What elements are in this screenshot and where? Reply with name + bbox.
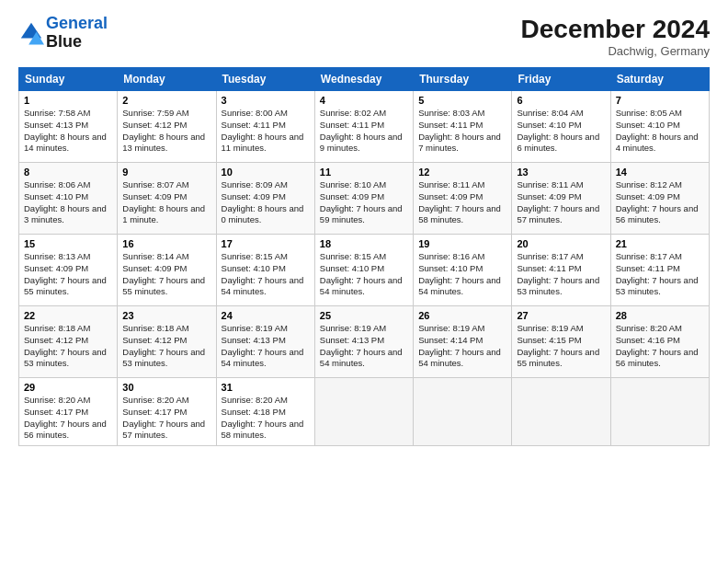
calendar-cell: 13Sunrise: 8:11 AMSunset: 4:09 PMDayligh… xyxy=(512,163,610,235)
weekday-header-friday: Friday xyxy=(512,68,610,91)
day-number: 1 xyxy=(24,95,112,106)
calendar-cell: 6Sunrise: 8:04 AMSunset: 4:10 PMDaylight… xyxy=(512,91,610,163)
logo-icon xyxy=(18,20,44,46)
weekday-header-wednesday: Wednesday xyxy=(314,68,413,91)
day-number: 13 xyxy=(517,167,605,178)
header: General Blue December 2024 Dachwig, Germ… xyxy=(18,15,710,58)
calendar-cell: 3Sunrise: 8:00 AMSunset: 4:11 PMDaylight… xyxy=(216,91,314,163)
day-number: 25 xyxy=(320,310,408,321)
calendar-cell: 18Sunrise: 8:15 AMSunset: 4:10 PMDayligh… xyxy=(314,235,413,306)
cell-info: Sunrise: 8:10 AMSunset: 4:09 PMDaylight:… xyxy=(320,179,408,226)
cell-info: Sunrise: 8:05 AMSunset: 4:10 PMDaylight:… xyxy=(616,108,704,155)
calendar-cell: 17Sunrise: 8:15 AMSunset: 4:10 PMDayligh… xyxy=(216,235,314,306)
calendar-cell: 30Sunrise: 8:20 AMSunset: 4:17 PMDayligh… xyxy=(118,378,216,446)
cell-info: Sunrise: 8:15 AMSunset: 4:10 PMDaylight:… xyxy=(222,251,310,298)
calendar-cell: 7Sunrise: 8:05 AMSunset: 4:10 PMDaylight… xyxy=(610,91,709,163)
cell-info: Sunrise: 8:17 AMSunset: 4:11 PMDaylight:… xyxy=(616,251,704,298)
day-number: 3 xyxy=(222,95,310,106)
day-number: 27 xyxy=(517,310,605,321)
cell-info: Sunrise: 7:59 AMSunset: 4:12 PMDaylight:… xyxy=(122,108,210,155)
cell-info: Sunrise: 8:06 AMSunset: 4:10 PMDaylight:… xyxy=(24,179,112,226)
day-number: 19 xyxy=(418,238,506,249)
logo: General Blue xyxy=(18,15,108,52)
day-number: 5 xyxy=(418,95,506,106)
day-number: 15 xyxy=(24,238,112,249)
cell-info: Sunrise: 8:20 AMSunset: 4:18 PMDaylight:… xyxy=(222,395,310,442)
cell-info: Sunrise: 8:07 AMSunset: 4:09 PMDaylight:… xyxy=(122,179,210,226)
cell-info: Sunrise: 8:13 AMSunset: 4:09 PMDaylight:… xyxy=(24,251,112,298)
weekday-header-thursday: Thursday xyxy=(414,68,512,91)
day-number: 30 xyxy=(122,382,210,393)
calendar-cell: 4Sunrise: 8:02 AMSunset: 4:11 PMDaylight… xyxy=(314,91,413,163)
calendar-cell: 22Sunrise: 8:18 AMSunset: 4:12 PMDayligh… xyxy=(19,306,118,378)
title-block: December 2024 Dachwig, Germany xyxy=(521,15,710,58)
day-number: 9 xyxy=(122,167,210,178)
calendar-cell: 31Sunrise: 8:20 AMSunset: 4:18 PMDayligh… xyxy=(216,378,314,446)
calendar-cell: 15Sunrise: 8:13 AMSunset: 4:09 PMDayligh… xyxy=(19,235,118,306)
calendar-cell: 5Sunrise: 8:03 AMSunset: 4:11 PMDaylight… xyxy=(414,91,512,163)
day-number: 8 xyxy=(24,167,112,178)
day-number: 11 xyxy=(320,167,408,178)
day-number: 26 xyxy=(418,310,506,321)
weekday-header-sunday: Sunday xyxy=(19,68,118,91)
calendar-cell: 29Sunrise: 8:20 AMSunset: 4:17 PMDayligh… xyxy=(19,378,118,446)
calendar-cell: 27Sunrise: 8:19 AMSunset: 4:15 PMDayligh… xyxy=(512,306,610,378)
calendar-cell: 8Sunrise: 8:06 AMSunset: 4:10 PMDaylight… xyxy=(19,163,118,235)
calendar-cell xyxy=(414,378,512,446)
day-number: 28 xyxy=(616,310,704,321)
day-number: 14 xyxy=(616,167,704,178)
day-number: 24 xyxy=(222,310,310,321)
calendar-cell xyxy=(512,378,610,446)
weekday-header-monday: Monday xyxy=(118,68,216,91)
calendar-cell: 19Sunrise: 8:16 AMSunset: 4:10 PMDayligh… xyxy=(414,235,512,306)
calendar-table: SundayMondayTuesdayWednesdayThursdayFrid… xyxy=(18,67,710,446)
calendar-cell: 14Sunrise: 8:12 AMSunset: 4:09 PMDayligh… xyxy=(610,163,709,235)
cell-info: Sunrise: 8:20 AMSunset: 4:17 PMDaylight:… xyxy=(122,395,210,442)
day-number: 17 xyxy=(222,238,310,249)
cell-info: Sunrise: 8:20 AMSunset: 4:16 PMDaylight:… xyxy=(616,323,704,370)
calendar-cell: 25Sunrise: 8:19 AMSunset: 4:13 PMDayligh… xyxy=(314,306,413,378)
cell-info: Sunrise: 8:15 AMSunset: 4:10 PMDaylight:… xyxy=(320,251,408,298)
calendar-cell: 1Sunrise: 7:58 AMSunset: 4:13 PMDaylight… xyxy=(19,91,118,163)
cell-info: Sunrise: 8:02 AMSunset: 4:11 PMDaylight:… xyxy=(320,108,408,155)
day-number: 23 xyxy=(122,310,210,321)
day-number: 21 xyxy=(616,238,704,249)
cell-info: Sunrise: 8:19 AMSunset: 4:13 PMDaylight:… xyxy=(222,323,310,370)
cell-info: Sunrise: 8:14 AMSunset: 4:09 PMDaylight:… xyxy=(122,251,210,298)
calendar-cell: 2Sunrise: 7:59 AMSunset: 4:12 PMDaylight… xyxy=(118,91,216,163)
location: Dachwig, Germany xyxy=(521,44,710,58)
calendar-cell: 26Sunrise: 8:19 AMSunset: 4:14 PMDayligh… xyxy=(414,306,512,378)
cell-info: Sunrise: 7:58 AMSunset: 4:13 PMDaylight:… xyxy=(24,108,112,155)
calendar-cell: 21Sunrise: 8:17 AMSunset: 4:11 PMDayligh… xyxy=(610,235,709,306)
calendar-cell xyxy=(610,378,709,446)
cell-info: Sunrise: 8:19 AMSunset: 4:15 PMDaylight:… xyxy=(517,323,605,370)
day-number: 7 xyxy=(616,95,704,106)
calendar-cell: 28Sunrise: 8:20 AMSunset: 4:16 PMDayligh… xyxy=(610,306,709,378)
cell-info: Sunrise: 8:12 AMSunset: 4:09 PMDaylight:… xyxy=(616,179,704,226)
logo-text: General Blue xyxy=(46,15,108,52)
cell-info: Sunrise: 8:16 AMSunset: 4:10 PMDaylight:… xyxy=(418,251,506,298)
calendar-cell: 23Sunrise: 8:18 AMSunset: 4:12 PMDayligh… xyxy=(118,306,216,378)
cell-info: Sunrise: 8:11 AMSunset: 4:09 PMDaylight:… xyxy=(517,179,605,226)
calendar-cell: 12Sunrise: 8:11 AMSunset: 4:09 PMDayligh… xyxy=(414,163,512,235)
day-number: 18 xyxy=(320,238,408,249)
cell-info: Sunrise: 8:03 AMSunset: 4:11 PMDaylight:… xyxy=(418,108,506,155)
day-number: 20 xyxy=(517,238,605,249)
day-number: 4 xyxy=(320,95,408,106)
day-number: 16 xyxy=(122,238,210,249)
cell-info: Sunrise: 8:17 AMSunset: 4:11 PMDaylight:… xyxy=(517,251,605,298)
calendar-cell: 16Sunrise: 8:14 AMSunset: 4:09 PMDayligh… xyxy=(118,235,216,306)
cell-info: Sunrise: 8:11 AMSunset: 4:09 PMDaylight:… xyxy=(418,179,506,226)
cell-info: Sunrise: 8:18 AMSunset: 4:12 PMDaylight:… xyxy=(24,323,112,370)
page: General Blue December 2024 Dachwig, Germ… xyxy=(0,0,728,455)
calendar-cell: 10Sunrise: 8:09 AMSunset: 4:09 PMDayligh… xyxy=(216,163,314,235)
calendar-cell: 9Sunrise: 8:07 AMSunset: 4:09 PMDaylight… xyxy=(118,163,216,235)
day-number: 31 xyxy=(222,382,310,393)
cell-info: Sunrise: 8:20 AMSunset: 4:17 PMDaylight:… xyxy=(24,395,112,442)
cell-info: Sunrise: 8:09 AMSunset: 4:09 PMDaylight:… xyxy=(222,179,310,226)
cell-info: Sunrise: 8:19 AMSunset: 4:14 PMDaylight:… xyxy=(418,323,506,370)
calendar-cell xyxy=(314,378,413,446)
day-number: 12 xyxy=(418,167,506,178)
cell-info: Sunrise: 8:00 AMSunset: 4:11 PMDaylight:… xyxy=(222,108,310,155)
weekday-header-saturday: Saturday xyxy=(610,68,709,91)
